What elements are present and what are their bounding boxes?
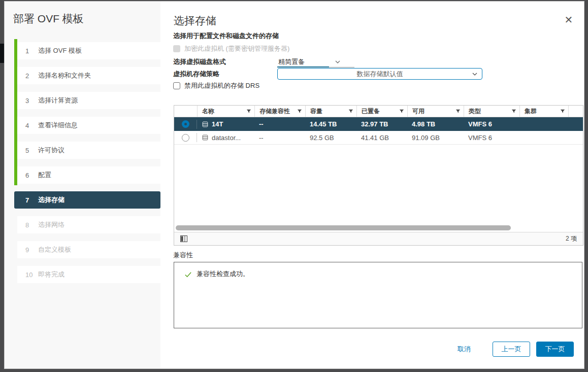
step-number: 3 [25,97,37,105]
scrollbar-thumb[interactable] [176,225,511,230]
cell-text: 91.09 GB [412,134,440,142]
table-header: 名称存储兼容性容量已置备可用类型集群 [174,106,583,117]
wizard-title: 部署 OVF 模板 [13,12,84,26]
wizard-buttons: 取消 上一页 下一页 [458,342,574,357]
cell-text: datastor... [212,134,241,142]
wizard-steps: 1选择 OVF 模板2选择名称和文件夹3选择计算资源4查看详细信息5许可协议6配… [17,42,160,291]
row-radio[interactable] [182,120,189,128]
table-row[interactable]: datastor...--92.5 GB41.41 GB91.09 GBVMFS… [174,131,583,145]
cell-text: 4.98 TB [412,120,435,128]
header-radio-column [174,106,197,117]
table-footer: 2 项 [174,232,583,245]
cell-type: VMFS 6 [464,134,519,142]
wizard-step-2[interactable]: 2选择名称和文件夹 [17,67,160,84]
column-header-label: 集群 [525,107,537,116]
column-header[interactable]: 已置备 [356,106,407,117]
step-number: 4 [25,122,37,129]
table-rows: 14T--14.45 TB32.97 TB4.98 TBVMFS 6datast… [174,117,583,145]
column-header-label: 可用 [412,107,424,116]
chevron-down-icon [335,60,340,63]
datastore-table: 名称存储兼容性容量已置备可用类型集群 14T--14.45 TB32.97 TB… [174,105,583,246]
wizard-step-6[interactable]: 6配置 [17,166,160,184]
chevron-down-icon [472,73,477,76]
disk-format-value: 精简置备 [278,57,305,66]
column-chooser-icon[interactable] [180,235,187,242]
cell-name: datastor... [197,134,254,142]
step-label: 选择 OVF 模板 [38,46,82,55]
cell-provisioned: 32.97 TB [356,120,407,128]
encrypt-vm-row: 加密此虚拟机 (需要密钥管理服务器) [173,44,289,53]
storage-policy-select[interactable]: 数据存储默认值 [277,68,482,80]
filter-icon[interactable] [348,109,353,114]
wizard-sidebar: 部署 OVF 模板 1选择 OVF 模板2选择名称和文件夹3选择计算资源4查看详… [5,2,160,368]
filter-icon[interactable] [560,109,565,114]
step-label: 配置 [38,171,51,180]
back-button[interactable]: 上一页 [493,342,530,357]
step-label: 即将完成 [38,270,64,279]
filter-icon[interactable] [297,109,302,114]
wizard-step-3[interactable]: 3选择计算资源 [17,92,160,109]
disable-drs-row: 禁用此虚拟机的存储 DRS [173,81,259,90]
storage-policy-value: 数据存储默认值 [357,70,403,79]
disk-format-select[interactable]: 精简置备 [277,56,354,67]
cell-text: 14.45 TB [310,120,337,128]
table-row[interactable]: 14T--14.45 TB32.97 TB4.98 TBVMFS 6 [174,117,583,131]
step-number: 6 [25,172,37,179]
cell-text: -- [259,120,264,128]
row-radio[interactable] [182,134,189,142]
header-filler [568,106,583,117]
column-header-label: 容量 [310,107,322,116]
step-number: 1 [25,47,37,55]
filter-icon[interactable] [455,109,461,114]
cell-compatibility: -- [254,120,305,128]
wizard-content: ✕ 选择存储 选择用于配置文件和磁盘文件的存储 加密此虚拟机 (需要密钥管理服务… [160,2,584,368]
cell-text: 14T [212,120,223,128]
disk-format-row: 选择虚拟磁盘格式 精简置备 [173,56,354,67]
filter-icon[interactable] [246,109,251,114]
wizard-step-1[interactable]: 1选择 OVF 模板 [17,42,160,59]
filter-icon[interactable] [399,109,404,114]
background-page-fragment [0,44,4,63]
disable-drs-checkbox[interactable] [173,82,180,89]
storage-policy-row: 虚拟机存储策略 数据存储默认值 [173,68,482,80]
page-subtitle: 选择用于配置文件和磁盘文件的存储 [173,31,279,41]
row-radio-cell [174,133,197,142]
wizard-step-10: 10即将完成 [17,266,160,283]
page-title: 选择存储 [174,14,216,28]
next-button[interactable]: 下一页 [536,342,574,357]
cancel-button[interactable]: 取消 [458,345,471,354]
items-count: 2 项 [566,234,577,243]
cell-text: 32.97 TB [361,120,388,128]
step-number: 5 [25,147,37,154]
horizontal-scrollbar[interactable] [174,224,583,232]
column-header[interactable]: 名称 [197,106,254,117]
wizard-step-7[interactable]: 7选择存储 [14,191,160,209]
column-header[interactable]: 可用 [407,106,464,117]
compatibility-message: 兼容性检查成功。 [197,269,249,279]
cell-capacity: 92.5 GB [305,134,356,142]
row-radio-cell [174,120,197,129]
datastore-icon [202,134,209,141]
column-header[interactable]: 集群 [519,106,568,117]
column-header[interactable]: 容量 [305,106,356,117]
step-number: 7 [25,196,37,204]
step-label: 选择计算资源 [38,96,78,105]
storage-policy-label: 虚拟机存储策略 [173,70,277,79]
column-header[interactable]: 类型 [464,106,519,117]
encrypt-vm-label: 加密此虚拟机 (需要密钥管理服务器) [184,44,289,53]
close-icon[interactable]: ✕ [564,15,574,25]
wizard-step-5[interactable]: 5许可协议 [17,142,160,159]
cell-text: 41.41 GB [361,134,389,142]
step-label: 自定义模板 [38,245,71,254]
wizard-step-4[interactable]: 4查看详细信息 [17,117,160,134]
disable-drs-label: 禁用此虚拟机的存储 DRS [184,81,259,90]
step-label: 许可协议 [38,146,64,155]
step-label: 选择存储 [38,195,64,205]
column-header-label: 名称 [202,107,214,116]
step-label: 查看详细信息 [38,121,78,130]
column-header[interactable]: 存储兼容性 [254,106,305,117]
select-underline-gray [329,67,354,67]
step-number: 8 [25,221,37,229]
wizard-step-9: 9自定义模板 [17,241,160,258]
filter-icon[interactable] [511,109,516,114]
